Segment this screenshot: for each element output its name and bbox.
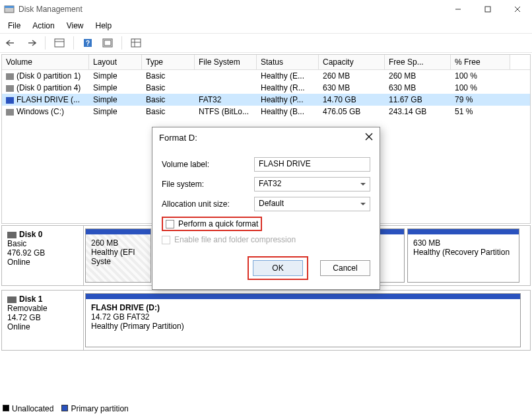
label-filesystem: File system: [162,180,254,189]
menu-help[interactable]: Help [90,20,117,32]
svg-rect-11 [104,40,111,46]
label-allocation: Allocation unit size: [162,199,254,209]
swatch-primary-icon [61,405,68,411]
volume-row[interactable]: FLASH DRIVE (...SimpleBasicFAT32Healthy … [2,94,530,106]
swatch-unallocated-icon [3,405,9,411]
refresh-icon[interactable] [100,36,115,50]
disk-header: Disk 0Basic476.92 GBOnline [2,226,84,285]
partition[interactable]: 260 MBHealthy (EFI Syste [85,228,151,283]
col-layout[interactable]: Layout [89,55,142,69]
partition[interactable]: 630 MBHealthy (Recovery Partition [407,228,519,283]
volume-row[interactable]: (Disk 0 partition 4)SimpleBasicHealthy (… [2,82,530,94]
menu-view[interactable]: View [61,20,89,32]
disk-icon [7,232,17,238]
minimize-button[interactable] [443,0,473,18]
forward-button[interactable] [24,36,38,50]
menubar: File Action View Help [0,18,532,33]
col-volume[interactable]: Volume [2,55,89,69]
col-free[interactable]: Free Sp... [385,55,451,69]
back-button[interactable] [4,36,18,50]
disk-header: Disk 1Removable14.72 GBOnline [2,291,84,350]
filesystem-select[interactable]: FAT32 [254,177,370,191]
col-pct[interactable]: % Free [451,55,510,69]
toolbar: ? [0,33,532,53]
window-title: Disk Management [18,5,443,14]
volume-header: Volume Layout Type File System Status Ca… [2,55,530,70]
disk-block: Disk 1Removable14.72 GBOnlineFLASH DRIVE… [1,290,531,351]
svg-rect-6 [55,39,64,47]
legend-primary: Primary partition [71,404,128,413]
svg-rect-12 [131,39,141,47]
partition[interactable]: FLASH DRIVE (D:)14.72 GB FAT32Healthy (P… [85,293,521,347]
help-icon[interactable]: ? [81,36,95,50]
drive-icon [6,97,14,104]
quick-format-label: Perform a quick format [178,219,258,228]
svg-text:?: ? [86,40,90,47]
ok-button[interactable]: OK [253,260,303,276]
close-button[interactable] [502,0,532,18]
separator [45,36,46,50]
drive-icon [6,73,14,80]
dialog-title: Format D: [159,133,197,143]
titlebar: Disk Management [0,0,532,18]
volume-row[interactable]: Windows (C:)SimpleBasicNTFS (BitLo...Hea… [2,106,530,118]
col-status[interactable]: Status [257,55,319,69]
compression-label: Enable file and folder compression [174,235,296,244]
cancel-button[interactable]: Cancel [320,260,370,276]
separator [73,36,74,50]
list-icon[interactable] [129,36,143,50]
allocation-select[interactable]: Default [254,197,370,211]
label-volume: Volume label: [162,160,254,169]
menu-file[interactable]: File [3,20,26,32]
ok-highlight: OK [248,256,308,280]
legend-unallocated: Unallocated [12,404,53,413]
drive-icon [6,85,14,92]
dialog-close-button[interactable] [365,133,373,143]
legend: Unallocated Primary partition [3,404,129,413]
separator [121,36,122,50]
maximize-button[interactable] [473,0,502,18]
layout-icon[interactable] [52,36,67,50]
drive-icon [6,109,14,116]
format-dialog: Format D: Volume label: FLASH DRIVE File… [152,127,380,290]
app-icon [4,4,15,15]
volume-label-input[interactable]: FLASH DRIVE [254,157,370,172]
compression-checkbox [162,236,170,244]
quick-format-checkbox[interactable] [166,220,174,228]
menu-action[interactable]: Action [27,20,59,32]
svg-rect-3 [485,7,490,12]
quick-format-highlight: Perform a quick format [162,217,262,231]
disk-icon [7,296,17,303]
volume-row[interactable]: (Disk 0 partition 1)SimpleBasicHealthy (… [2,70,530,82]
svg-rect-1 [5,6,14,8]
col-type[interactable]: Type [142,55,195,69]
col-fs[interactable]: File System [195,55,257,69]
col-capacity[interactable]: Capacity [319,55,385,69]
